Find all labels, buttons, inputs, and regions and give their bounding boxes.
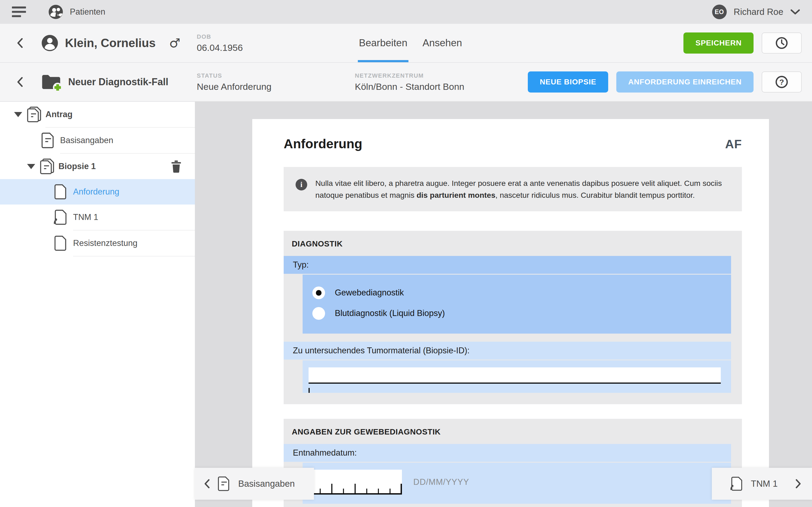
tree-item-resistenztestung[interactable]: Resistenztestung (0, 230, 195, 256)
form-card: Anforderung AF i Nulla vitae elit libero… (252, 119, 769, 507)
tree-item-anforderung[interactable]: Anforderung (0, 179, 195, 205)
document-arrow-icon (53, 209, 68, 226)
dob-label: DOB (197, 33, 243, 40)
form-badge: AF (725, 137, 742, 151)
documents-stack-icon (40, 158, 55, 175)
radio-gewebediagnostik[interactable]: Gewebediagnostik (303, 283, 731, 302)
form-title: Anforderung (284, 136, 363, 151)
biopsie-id-input[interactable] (309, 368, 721, 384)
male-gender-icon: ♂ (169, 36, 180, 50)
document-blank-icon (54, 235, 68, 251)
radio-blutdiagnostik[interactable]: Blutdiagnostik (Liquid Biopsy) (303, 304, 731, 323)
tree-item-basisangaben[interactable]: Basisangaben (0, 128, 195, 153)
patient-avatar-icon (41, 34, 58, 52)
section-gewebediagnostik: ANGABEN ZUR GEWEBEDIAGNOSTIK Entnahmedat… (284, 419, 742, 507)
chevron-right-icon (795, 479, 801, 489)
section-diagnostik: DIAGNOSTIK Typ: Gewebediagnostik Blutdia… (284, 231, 742, 404)
trash-icon[interactable] (170, 160, 182, 173)
caret-down-icon[interactable] (27, 164, 35, 169)
dob-value: 06.04.1956 (197, 43, 243, 53)
tab-ansehen[interactable]: Ansehen (421, 24, 463, 62)
biopsie-id-label: Zu untersuchendes Tumormaterial (Biopsie… (284, 342, 731, 359)
help-button[interactable] (762, 71, 802, 93)
clock-icon (775, 37, 788, 49)
divider (73, 256, 195, 257)
status-label: STATUS (197, 72, 271, 79)
caret-down-icon[interactable] (14, 112, 22, 117)
main-content-area: Anforderung AF i Nulla vitae elit libero… (195, 102, 812, 507)
patient-header: Klein, Cornelius ♂ DOB 06.04.1956 Bearbe… (0, 24, 812, 63)
network-center-block: NETZWERKZENTRUM Köln/Bonn - Standort Bon… (355, 72, 465, 92)
chevron-down-icon (790, 9, 800, 15)
case-back-icon[interactable] (17, 77, 23, 87)
tab-bearbeiten[interactable]: Bearbeiten (358, 24, 409, 62)
patient-tabs: Bearbeiten Ansehen (358, 24, 463, 62)
prev-form-label: Basisangaben (238, 478, 295, 489)
info-text: Nulla vitae elit libero, a pharetra augu… (315, 177, 730, 201)
section-diagnostik-title: DIAGNOSTIK (284, 231, 742, 256)
user-avatar: EO (712, 5, 727, 19)
prev-form-nav[interactable]: Basisangaben (195, 468, 314, 500)
entnahmedatum-field-row: DD/MM/YYYY (303, 463, 731, 504)
typ-radio-group: Gewebediagnostik Blutdiagnostik (Liquid … (303, 275, 731, 334)
case-header: Neuer Diagnostik-Fall STATUS Neue Anford… (0, 63, 812, 102)
user-menu[interactable]: EO Richard Roe (712, 5, 800, 19)
network-center-value: Köln/Bonn - Standort Bonn (355, 81, 465, 92)
status-block: STATUS Neue Anforderung (197, 72, 271, 92)
radio-selected-icon[interactable] (312, 286, 325, 299)
documents-stack-icon (26, 106, 42, 123)
case-title: Neuer Diagnostik-Fall (68, 76, 168, 88)
next-form-nav[interactable]: TNM 1 (712, 468, 812, 500)
tree-item-antrag[interactable]: Antrag (0, 102, 195, 127)
date-input[interactable] (309, 470, 402, 495)
folder-plus-icon (41, 73, 61, 91)
history-button[interactable] (762, 33, 802, 54)
section-gewebediagnostik-title: ANGABEN ZUR GEWEBEDIAGNOSTIK (284, 419, 742, 444)
radio-unselected-icon[interactable] (312, 307, 325, 320)
date-placeholder: DD/MM/YYYY (413, 477, 469, 487)
help-icon (775, 75, 788, 89)
save-button[interactable]: SPEICHERN (684, 33, 754, 54)
dob-block: DOB 06.04.1956 (197, 33, 243, 53)
patients-icon (48, 4, 63, 19)
app-title: Patienten (70, 7, 105, 17)
patient-name: Klein, Cornelius (65, 36, 156, 50)
document-blank-icon (54, 184, 68, 200)
case-tree-sidebar: Antrag Basisangaben Biopsie 1 Anforderun… (0, 102, 195, 507)
patients-nav[interactable]: Patienten (48, 4, 105, 19)
next-form-label: TNM 1 (751, 478, 778, 489)
typ-label: Typ: (284, 256, 731, 274)
entnahmedatum-label: Entnahmedatum: (284, 444, 731, 462)
network-center-label: NETZWERKZENTRUM (355, 72, 465, 79)
tree-item-tnm-1[interactable]: TNM 1 (0, 205, 195, 230)
chevron-left-icon (204, 479, 210, 489)
top-bar: Patienten EO Richard Roe (0, 0, 812, 24)
submit-request-button[interactable]: ANFORDERUNG EINREICHEN (616, 71, 754, 93)
tree-item-biopsie-1[interactable]: Biopsie 1 (0, 154, 195, 179)
document-arrow-icon (730, 476, 743, 492)
document-icon (41, 132, 55, 149)
document-icon (218, 476, 231, 491)
back-icon[interactable] (17, 38, 23, 48)
hamburger-menu-icon[interactable] (12, 6, 26, 17)
info-icon: i (295, 179, 307, 190)
biopsie-id-field-row (303, 360, 731, 393)
new-biopsy-button[interactable]: NEUE BIOPSIE (528, 71, 608, 93)
user-name: Richard Roe (734, 7, 783, 17)
status-value: Neue Anforderung (197, 81, 271, 92)
info-box: i Nulla vitae elit libero, a pharetra au… (284, 167, 742, 211)
